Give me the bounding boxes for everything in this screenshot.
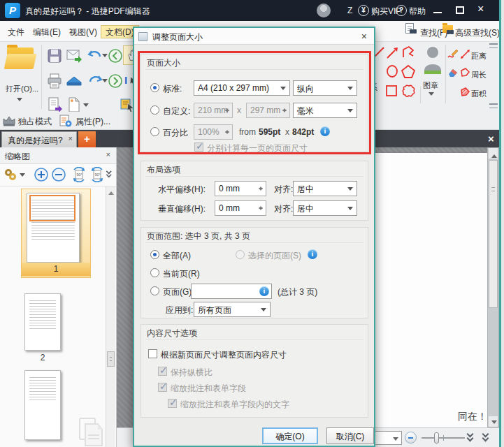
scroll-up-button[interactable] xyxy=(489,148,498,159)
thumbnail-page-3[interactable] xyxy=(24,370,61,440)
thumbnail-options-dropdown-icon[interactable] xyxy=(20,173,25,177)
pages-range-info-icon[interactable] xyxy=(259,286,269,296)
keep-ratio-checkbox[interactable] xyxy=(158,367,167,376)
percent-info-icon[interactable] xyxy=(320,126,330,136)
ellipse-tool-icon[interactable] xyxy=(385,64,399,78)
dialog-close-icon[interactable]: × xyxy=(361,31,367,42)
thumbnail-panel-close-icon[interactable]: × xyxy=(106,150,110,159)
polyline-tool-icon[interactable] xyxy=(401,45,416,60)
new-tab-button[interactable]: + xyxy=(78,131,96,147)
zoom-out-thumbnails-icon[interactable] xyxy=(51,167,66,182)
fit-width-icon[interactable] xyxy=(466,433,475,442)
redo-icon[interactable] xyxy=(87,73,103,89)
percent-stepper[interactable]: 100% xyxy=(194,124,233,140)
pencil-tool-icon[interactable] xyxy=(447,47,459,60)
distance-tool-icon[interactable] xyxy=(460,49,470,59)
standard-size-select[interactable]: A4 (210 x 297 mm) xyxy=(194,80,290,96)
scale-text-checkbox[interactable] xyxy=(168,399,177,408)
ok-button[interactable]: 确定(O) xyxy=(262,427,318,444)
email-icon[interactable] xyxy=(66,47,82,64)
undo-icon[interactable] xyxy=(87,47,103,64)
horizontal-align-select[interactable]: 居中 xyxy=(293,181,357,196)
new-document-icon[interactable]: * xyxy=(66,96,82,113)
yen-vip-icon[interactable]: ¥ xyxy=(358,5,369,16)
per-page-checkbox[interactable] xyxy=(194,142,203,152)
thumbnail-options-gear-icon[interactable] xyxy=(3,167,18,182)
vertical-offset-stepper[interactable]: 0 mm xyxy=(215,200,266,216)
thumbnail-scrollbar[interactable] xyxy=(106,186,115,447)
print-icon[interactable] xyxy=(46,73,63,89)
close-button[interactable]: × xyxy=(477,3,484,15)
dialog-title-bar[interactable]: 调整页面大小 × xyxy=(134,28,374,45)
thumbnail-page-1[interactable] xyxy=(27,193,80,263)
selected-pages-radio[interactable] xyxy=(236,250,245,259)
stamp-dropdown-icon[interactable] xyxy=(429,92,434,96)
group-collapse-icon-2[interactable] xyxy=(489,103,498,108)
minimize-button[interactable] xyxy=(433,12,442,13)
maximize-button[interactable] xyxy=(456,6,464,14)
properties-button[interactable]: 属性(P)... xyxy=(75,116,110,128)
save-icon[interactable] xyxy=(46,47,63,64)
go-back-icon[interactable] xyxy=(107,47,124,64)
scroll-down-button[interactable] xyxy=(489,416,498,427)
cancel-button[interactable]: 取消(C) xyxy=(326,427,374,444)
rectangle-tool-icon[interactable] xyxy=(384,84,398,98)
export-document-icon[interactable] xyxy=(46,96,63,113)
thumbnail-page-2[interactable] xyxy=(24,293,61,351)
user-initial[interactable]: Z xyxy=(347,6,352,15)
thumbnail-scrollbar-handle[interactable] xyxy=(107,351,115,367)
menu-file[interactable]: 文件 xyxy=(3,25,29,38)
help-button[interactable]: 帮助 xyxy=(409,6,426,17)
document-tab[interactable]: 真的是好运吗? × xyxy=(1,131,77,147)
rotate-ccw-icon[interactable]: 90° xyxy=(71,167,87,182)
area-label[interactable]: 面积 xyxy=(471,89,487,99)
thumbnail-selected-item[interactable]: 1 xyxy=(21,189,91,278)
horizontal-offset-stepper[interactable]: 0 mm xyxy=(215,181,266,196)
rotate-cw-icon[interactable]: 90° xyxy=(89,167,105,182)
open-dropdown-icon[interactable] xyxy=(17,98,22,101)
document-vertical-scrollbar[interactable] xyxy=(487,147,499,427)
zoom-slider-handle[interactable] xyxy=(434,432,439,444)
user-avatar[interactable] xyxy=(317,3,331,17)
polygon-tool-icon[interactable] xyxy=(401,64,416,80)
all-pages-radio[interactable] xyxy=(150,250,159,259)
zoom-slider[interactable] xyxy=(422,437,465,439)
fit-page-icon[interactable] xyxy=(482,433,491,442)
perimeter-label[interactable]: 周长 xyxy=(471,70,487,80)
zoom-in-thumbnails-icon[interactable] xyxy=(34,167,49,182)
custom-radio[interactable] xyxy=(150,105,159,115)
exclusive-mode-button[interactable]: 独占模式 xyxy=(18,116,52,128)
scan-icon[interactable] xyxy=(66,73,82,89)
area-tool-icon[interactable] xyxy=(460,87,470,98)
group-collapse-icon[interactable] xyxy=(489,43,498,48)
vertical-align-select[interactable]: 居中 xyxy=(293,200,357,216)
custom-width-stepper[interactable]: 210 mm xyxy=(194,103,233,118)
current-page-radio[interactable] xyxy=(150,268,159,277)
resize-content-checkbox[interactable] xyxy=(148,349,157,358)
tab-close-icon[interactable]: × xyxy=(69,134,73,142)
help-icon[interactable]: ? xyxy=(396,5,407,16)
scrollbar-handle[interactable] xyxy=(489,160,498,308)
selected-pages-info-icon[interactable] xyxy=(308,249,317,259)
orientation-select[interactable]: 纵向 xyxy=(293,80,357,96)
thumbnail-toolbar-more-icon[interactable] xyxy=(106,170,113,177)
zoom-out-button[interactable] xyxy=(405,432,417,444)
perimeter-tool-icon[interactable] xyxy=(460,67,470,78)
arrow-tool-icon[interactable] xyxy=(385,46,399,60)
custom-height-stepper[interactable]: 297 mm xyxy=(246,103,290,118)
document-close-icon[interactable]: × xyxy=(488,133,494,145)
eraser-tool-icon[interactable] xyxy=(447,67,459,78)
scale-annotations-checkbox[interactable] xyxy=(158,383,167,392)
standard-radio[interactable] xyxy=(150,83,159,92)
distance-label[interactable]: 距离 xyxy=(471,51,487,61)
menu-edit[interactable]: 编辑(E) xyxy=(28,25,66,38)
open-button[interactable]: 打开(O)... xyxy=(0,42,41,112)
new-document-dropdown-icon[interactable] xyxy=(83,103,89,107)
go-forward-icon[interactable] xyxy=(107,73,124,89)
menu-view[interactable]: 视图(V) xyxy=(64,25,102,38)
pages-radio[interactable] xyxy=(150,286,159,295)
apply-to-select[interactable]: 所有页面 xyxy=(194,302,271,317)
advanced-find-button[interactable]: 高级查找(S) xyxy=(453,26,502,39)
percent-radio[interactable] xyxy=(150,127,159,136)
cloud-tool-icon[interactable] xyxy=(401,84,416,99)
